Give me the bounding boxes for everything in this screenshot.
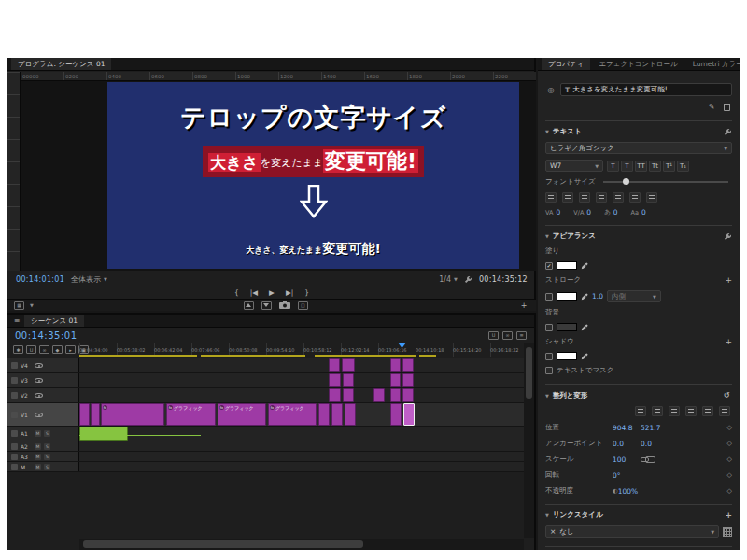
stroke-width-value[interactable]: 1.0	[592, 292, 603, 301]
timeline-ruler[interactable]: 00:04:34:0000:05:38:0200:06:42:0400:07:4…	[79, 343, 525, 357]
panel-menu-icon[interactable]: ≡	[11, 315, 22, 326]
link-style-section-header[interactable]: ▼ リンクスタイル +	[545, 511, 732, 520]
stroke-color-swatch[interactable]	[557, 292, 577, 301]
keyframe-toggle-icon[interactable]: ◇	[727, 487, 732, 495]
monitor-current-timecode[interactable]: 00:14:01:01	[16, 275, 64, 284]
timeline-clip[interactable]	[402, 358, 414, 372]
timeline-clip[interactable]	[343, 373, 354, 387]
text-mask-checkbox[interactable]	[545, 367, 553, 374]
eyedropper-icon[interactable]	[581, 293, 588, 301]
timeline-clip[interactable]	[79, 403, 90, 426]
lift-button[interactable]	[244, 301, 254, 310]
delete-icon[interactable]	[721, 102, 732, 112]
justify-center-button[interactable]	[613, 192, 624, 203]
align-objects-center-h-button[interactable]	[652, 406, 663, 416]
track-patch-indicator[interactable]	[11, 443, 18, 450]
keyframe-toggle-icon[interactable]: ◇	[727, 471, 732, 479]
zoom-level-select[interactable]: 全体表示▼	[71, 274, 107, 285]
timeline-current-timecode[interactable]: 00:14:35:01	[15, 330, 78, 341]
timeline-display-settings-icon[interactable]: ✱	[13, 345, 23, 354]
mark-out-button[interactable]: }	[304, 288, 309, 297]
comparison-view-button[interactable]: ◫	[298, 301, 308, 310]
position-x-value[interactable]: 904.8	[613, 424, 641, 432]
eyedropper-icon[interactable]	[581, 262, 588, 270]
solo-button[interactable]: S	[44, 443, 50, 450]
transform-section-header[interactable]: ▼ 整列と変形 ↺	[545, 390, 732, 400]
font-style-button-3[interactable]: Tt	[649, 161, 661, 172]
linked-selection-icon[interactable]: ∞	[39, 345, 49, 354]
metric-value[interactable]: 0	[556, 208, 560, 217]
keyframe-toggle-icon[interactable]: ◇	[727, 455, 732, 463]
font-style-button-2[interactable]: TT	[635, 161, 647, 172]
background-checkbox[interactable]	[545, 324, 553, 331]
track-visibility-icon[interactable]	[35, 393, 43, 398]
font-weight-select[interactable]: W7▼	[545, 160, 603, 172]
stroke-type-select[interactable]: 内側▼	[607, 290, 661, 302]
playhead-line[interactable]	[402, 343, 402, 538]
track-visibility-icon[interactable]	[35, 413, 43, 417]
font-family-select[interactable]: ヒラギノ角ゴシック▼	[545, 142, 732, 154]
font-style-button-4[interactable]: T¹	[663, 161, 675, 172]
shadow-color-swatch[interactable]	[557, 352, 577, 360]
linked-selection-icon[interactable]: ∞	[502, 331, 513, 340]
align-objects-top-button[interactable]	[685, 406, 697, 416]
settings-wrench-icon[interactable]	[464, 275, 472, 284]
add-stroke-button[interactable]: +	[725, 275, 732, 285]
mute-button[interactable]: M	[35, 430, 41, 437]
align-center-button[interactable]	[562, 192, 573, 203]
solo-button[interactable]: S	[44, 430, 50, 437]
metric-value[interactable]: 0	[613, 208, 618, 217]
timeline-clip[interactable]	[342, 358, 355, 372]
background-color-swatch[interactable]	[557, 323, 577, 331]
font-size-slider[interactable]	[603, 181, 728, 183]
snap-toggle-icon[interactable]: U	[488, 331, 499, 340]
tab-properties[interactable]: プロパティ	[542, 58, 590, 70]
track-visibility-icon[interactable]	[35, 363, 43, 368]
reset-icon[interactable]: ↺	[721, 390, 732, 400]
wrench-icon[interactable]	[724, 232, 732, 241]
eyedropper-icon[interactable]	[581, 353, 588, 360]
step-forward-button[interactable]: ▶|	[286, 288, 293, 297]
edit-pencil-icon[interactable]: ✎	[706, 102, 717, 112]
timeline-clip[interactable]	[402, 388, 414, 402]
video-preview[interactable]: テロップの文字サイズ 大きさを変えたまま変更可能! 大きさ、変えたまま変更可能!	[107, 82, 519, 269]
style-grid-icon[interactable]	[723, 527, 732, 537]
timeline-clip[interactable]	[403, 403, 415, 426]
keyframe-toggle-icon[interactable]: ◇	[727, 424, 732, 431]
track-header-a3[interactable]: A3MS	[7, 452, 79, 461]
metric-value[interactable]: 0	[586, 208, 591, 217]
timeline-clip[interactable]: fxグラフィック	[166, 403, 216, 426]
play-button[interactable]: ▶	[269, 288, 275, 297]
align-objects-right-button[interactable]	[669, 406, 680, 416]
timeline-clip[interactable]	[345, 403, 356, 426]
mute-button[interactable]: M	[35, 464, 41, 470]
eyedropper-icon[interactable]	[581, 324, 588, 331]
scrollbar-thumb[interactable]	[83, 540, 363, 548]
add-marker-icon[interactable]: ◆	[52, 345, 63, 354]
timeline-clip[interactable]	[329, 358, 340, 372]
timeline-clip[interactable]: fxグラフィック	[268, 403, 317, 426]
font-style-button-1[interactable]: T	[621, 161, 633, 172]
tab-lumetri-color[interactable]: Lumetri カラー	[686, 58, 740, 70]
timeline-clip[interactable]	[374, 388, 385, 402]
font-style-button-5[interactable]: T₁	[677, 161, 689, 172]
monitor-settings-button[interactable]: ▦	[14, 301, 24, 310]
timeline-clip[interactable]	[318, 403, 330, 426]
mute-button[interactable]: M	[35, 443, 41, 450]
timeline-clip[interactable]	[91, 403, 100, 426]
track-patch-indicator[interactable]	[11, 377, 18, 384]
mark-in-button[interactable]: {	[234, 288, 239, 297]
anchor-x-value[interactable]: 0.0	[613, 440, 641, 448]
timeline-clip[interactable]: fx	[101, 403, 164, 426]
timeline-clip[interactable]	[402, 373, 414, 387]
timeline-clip[interactable]	[343, 388, 354, 402]
align-objects-left-button[interactable]	[635, 406, 646, 416]
track-header-a2[interactable]: A2MS	[7, 441, 79, 451]
link-scale-icon[interactable]	[641, 457, 649, 462]
opacity-value[interactable]: 100%	[618, 487, 646, 496]
program-monitor-tab[interactable]: プログラム: シーケンス 01	[11, 58, 111, 70]
timeline-clip[interactable]	[329, 373, 341, 387]
timeline-clip[interactable]	[331, 403, 343, 426]
stroke-checkbox[interactable]	[545, 293, 553, 301]
scale-value[interactable]: 100	[613, 455, 641, 464]
